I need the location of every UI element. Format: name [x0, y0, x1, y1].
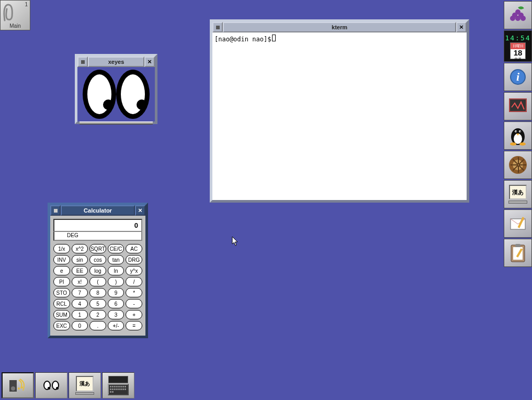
calc-key-sin[interactable]: sin	[72, 255, 88, 264]
svg-point-3	[510, 142, 516, 146]
calculator-close-button[interactable]: ×	[135, 205, 145, 216]
calc-key-1[interactable]: 1	[72, 310, 88, 319]
calc-key-[interactable]: +	[126, 310, 142, 319]
svg-point-7	[516, 131, 517, 132]
calc-key-[interactable]: (	[89, 277, 106, 286]
dock-monitor-icon[interactable]	[504, 92, 532, 120]
dock-info-icon[interactable]: i	[504, 63, 532, 91]
svg-point-18	[21, 386, 23, 388]
taskbar-audio-button[interactable]	[2, 372, 34, 398]
calendar-day: 18	[511, 49, 525, 57]
svg-point-17	[18, 387, 20, 390]
kterm-close-button[interactable]: ×	[456, 22, 467, 32]
dock: 14:54 日曜日 18 六月 i 漢あ	[503, 0, 532, 268]
calculator-menu-button[interactable]	[50, 205, 61, 216]
pager-label: Main	[1, 23, 30, 29]
svg-point-16	[11, 386, 15, 391]
calculator-display: 0	[53, 219, 142, 232]
xeyes-window[interactable]: xeyes ×	[75, 54, 157, 124]
calc-key-exc[interactable]: EXC	[53, 321, 70, 330]
calc-key-inv[interactable]: INV	[53, 255, 70, 264]
calc-key-[interactable]: )	[108, 277, 124, 286]
taskbar-ime-button[interactable]: 漢あ	[69, 372, 101, 398]
dock-grapes-icon[interactable]	[504, 1, 532, 29]
pager[interactable]: 1 Main	[0, 0, 30, 30]
calc-key-[interactable]: =	[126, 321, 142, 330]
svg-point-4	[519, 142, 526, 146]
kterm-menu-button[interactable]	[212, 22, 223, 32]
calc-key-[interactable]: *	[126, 288, 142, 297]
calc-key-cos[interactable]: cos	[89, 255, 106, 264]
calculator-body: 0 DEG 1/xx^2SQRTCE/CACINVsincostanDRGeEE…	[50, 216, 145, 336]
taskbar-keyboard-button[interactable]	[102, 372, 134, 398]
calc-key-log[interactable]: log	[89, 266, 106, 275]
xeyes-body	[77, 67, 155, 121]
calc-key-7[interactable]: 7	[72, 288, 88, 297]
dock-penguin-icon[interactable]	[504, 121, 532, 150]
calc-key-4[interactable]: 4	[72, 299, 88, 308]
svg-rect-0	[510, 99, 526, 112]
xeyes-menu-button[interactable]	[77, 57, 88, 67]
terminal-cursor-icon	[272, 35, 276, 41]
dock-ime-icon[interactable]: 漢あ	[504, 180, 532, 208]
calc-key-pi[interactable]: PI	[53, 277, 70, 286]
pager-number: 1	[25, 2, 28, 7]
calc-key-[interactable]: +/-	[108, 321, 124, 330]
clock-time: 14:54	[504, 34, 531, 42]
svg-rect-13	[515, 244, 520, 247]
calc-key-ln[interactable]: ln	[108, 266, 124, 275]
calc-key-tan[interactable]: tan	[108, 255, 124, 264]
dock-mail-icon[interactable]	[504, 209, 532, 238]
calc-key-6[interactable]: 6	[108, 299, 124, 308]
xeyes-close-button[interactable]: ×	[144, 57, 155, 67]
calc-key-[interactable]: /	[126, 277, 142, 286]
calc-key-[interactable]: .	[89, 321, 106, 330]
calculator-mode: DEG	[53, 232, 142, 241]
calc-key-rcl[interactable]: RCL	[53, 299, 70, 308]
calendar-month: 六月	[511, 57, 525, 62]
dock-wheel-icon[interactable]	[504, 151, 532, 179]
svg-point-8	[520, 131, 521, 132]
calc-key-0[interactable]: 0	[72, 321, 88, 330]
kterm-window[interactable]: kterm × [nao@odin nao]$	[210, 19, 469, 203]
calc-key-x2[interactable]: x^2	[72, 244, 88, 253]
calc-key-8[interactable]: 8	[89, 288, 106, 297]
calc-key-e[interactable]: e	[53, 266, 70, 275]
kterm-terminal[interactable]: [nao@odin nao]$	[212, 32, 467, 200]
calc-key-sto[interactable]: STO	[53, 288, 70, 297]
taskbar-xeyes-button[interactable]	[35, 372, 67, 398]
calc-key-yx[interactable]: y^x	[126, 266, 142, 275]
calc-key-2[interactable]: 2	[89, 310, 106, 319]
calc-key-sqrt[interactable]: SQRT	[89, 244, 106, 253]
calc-key-1x[interactable]: 1/x	[53, 244, 70, 253]
kterm-title[interactable]: kterm	[223, 22, 456, 32]
xeyes-title[interactable]: xeyes	[88, 57, 144, 67]
kterm-prompt: [nao@odin nao]$	[214, 36, 271, 43]
calc-key-sum[interactable]: SUM	[53, 310, 70, 319]
dock-clipboard-icon[interactable]	[504, 239, 532, 267]
calc-key-cec[interactable]: CE/C	[108, 244, 124, 253]
calc-key-9[interactable]: 9	[108, 288, 124, 297]
calc-key-x[interactable]: x!	[72, 277, 88, 286]
cursor-icon	[232, 236, 239, 247]
calc-key-3[interactable]: 3	[108, 310, 124, 319]
calc-key-drg[interactable]: DRG	[126, 255, 142, 264]
calc-key-5[interactable]: 5	[89, 299, 106, 308]
calculator-keypad: 1/xx^2SQRTCE/CACINVsincostanDRGeEEloglny…	[53, 244, 142, 330]
dock-clock[interactable]: 14:54 日曜日 18 六月	[504, 30, 532, 62]
right-eye-icon	[116, 70, 150, 119]
calc-key-ac[interactable]: AC	[126, 244, 142, 253]
calc-key-ee[interactable]: EE	[72, 266, 88, 275]
calculator-window[interactable]: Calculator × 0 DEG 1/xx^2SQRTCE/CACINVsi…	[48, 203, 148, 338]
taskbar: 漢あ	[0, 371, 136, 400]
left-eye-icon	[83, 70, 116, 119]
calc-key-[interactable]: -	[126, 299, 142, 308]
calculator-title[interactable]: Calculator	[61, 205, 135, 216]
